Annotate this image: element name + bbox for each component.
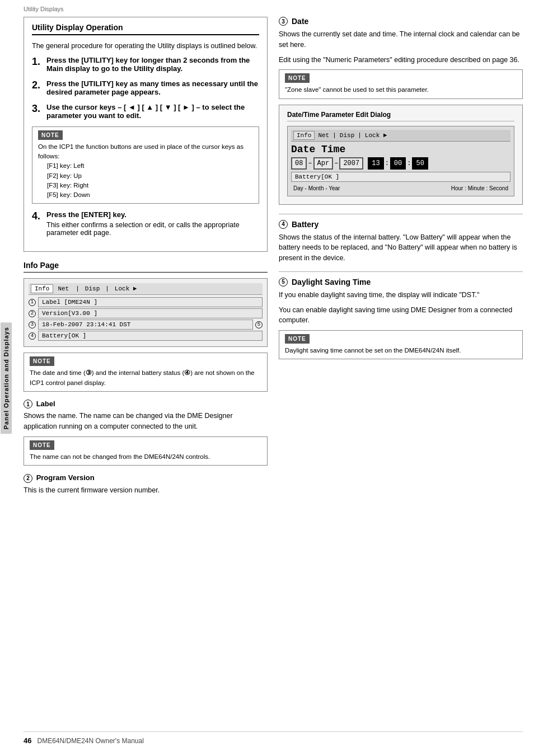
dst-item: 5 Daylight Saving Time If you enable day… (279, 278, 523, 360)
label-item-desc: Shows the name. The name can be changed … (24, 411, 268, 432)
diag-row-1: Label [DME24N ] (38, 297, 263, 307)
date-heading: Date (292, 17, 308, 26)
dt-sep4: : (406, 159, 412, 167)
note-1-line-0: On the ICP1 the function buttons are use… (38, 142, 253, 162)
date-note: NOTE "Zone slave" cannot be used to set … (279, 69, 523, 98)
dst-desc2: You can enable daylight saving time usin… (279, 305, 523, 326)
dst-note: NOTE Daylight saving time cannot be set … (279, 330, 523, 359)
callout-1: 1 (29, 299, 36, 306)
utility-display-title: Utility Display Operation (32, 23, 259, 35)
dt-tab-sep3: | (357, 132, 363, 139)
utility-intro: The general procedure for operating the … (32, 41, 259, 51)
two-col: Utility Display Operation The general pr… (24, 17, 523, 720)
label-item-title: 1 Label (24, 400, 268, 409)
datetime-tabs-row: Info Net | Disp | Lock ► (291, 130, 510, 142)
label-num-circle: 1 (24, 400, 32, 408)
dt-sep3: : (384, 159, 390, 167)
page-number: 46 (24, 736, 31, 745)
step-2: 2. Press the [UTILITY] key as many times… (32, 79, 259, 96)
dt-field-day[interactable]: 08 (291, 157, 307, 170)
dt-field-year[interactable]: 2007 (339, 157, 363, 170)
callout-5: 5 (255, 321, 263, 328)
right-col: 3 Date Shows the currently set date and … (279, 17, 523, 720)
info-page-title: Info Page (24, 261, 268, 273)
datetime-fields-row: 08 – Apr – 2007 13 : 00 : 50 (291, 157, 510, 170)
step-2-number: 2. (32, 79, 43, 96)
date-note-text: "Zone slave" cannot be used to set this … (285, 85, 517, 95)
label-item-note-text: The name can not be changed from the DME… (30, 452, 261, 462)
label-item-note-label: NOTE (30, 440, 54, 450)
diag-row-3: 18-Feb-2007 23:14:41 DST (38, 320, 253, 330)
dst-note-label: NOTE (285, 334, 310, 344)
date-num-circle: 3 (279, 17, 288, 26)
dt-field-second[interactable]: 50 (412, 157, 428, 170)
date-item-title: 3 Date (279, 17, 523, 26)
info-diagram: Info Net | Disp | Lock ► 1 Label [DME24N… (24, 278, 268, 347)
datetime-dialog-title: Date/Time Parameter Edit Dialog (287, 111, 514, 121)
battery-item: 4 Battery Shows the status of the intern… (279, 220, 523, 264)
battery-desc: Shows the status of the internal battery… (279, 232, 523, 264)
battery-item-title: 4 Battery (279, 220, 523, 229)
step-2-content: Press the [UTILITY] key as many times as… (46, 79, 259, 96)
diag-tab-info: Info (31, 284, 53, 293)
dt-tab-info: Info (293, 131, 315, 140)
dt-field-hour[interactable]: 13 (368, 157, 383, 170)
step-3-text: Use the cursor keys – [ ◄ ] [ ▲ ] [ ▼ ] … (46, 103, 245, 120)
utility-display-section: Utility Display Operation The general pr… (24, 17, 268, 252)
sidebar-label: Panel Operation and Displays (1, 322, 12, 434)
step-2-text: Press the [UTILITY] key as many times as… (46, 79, 258, 96)
label-item-heading: Label (36, 400, 55, 408)
step-3-number: 3. (32, 103, 43, 120)
dst-num-circle: 5 (279, 278, 288, 287)
prog-ver-num-circle: 2 (24, 474, 32, 483)
date-item: 3 Date Shows the currently set date and … (279, 17, 523, 205)
diag-tab-disp-label: Disp (83, 285, 102, 293)
battery-num-circle: 4 (279, 220, 288, 229)
diag-tab-net: Net (54, 285, 72, 293)
datetime-dialog-ui: Info Net | Disp | Lock ► Date Time (287, 126, 514, 196)
step-4-text: Press the [ENTER] key. (46, 210, 127, 219)
date-desc2: Edit using the "Numeric Parameters" edit… (279, 55, 523, 65)
dt-field-minute[interactable]: 00 (390, 157, 406, 170)
program-version-desc: This is the current firmware version num… (24, 485, 268, 496)
step-4: 4. Press the [ENTER] key. This either co… (32, 210, 259, 237)
step-4-content: Press the [ENTER] key. This either confi… (46, 210, 259, 237)
dst-note-text: Daylight saving time cannot be set on th… (285, 346, 517, 355)
dt-tab-sep2: | (331, 132, 338, 139)
diag-tab-lock: Lock ► (113, 285, 139, 293)
step-3: 3. Use the cursor keys – [ ◄ ] [ ▲ ] [ ▼… (32, 103, 259, 120)
info-page-section: Info Page Info Net | Disp | Lock ► (24, 261, 268, 495)
date-note-label: NOTE (285, 73, 310, 83)
doc-title: DME64N/DME24N Owner's Manual (37, 737, 143, 745)
breadcrumb: Utility Displays (24, 6, 523, 12)
datetime-dialog-box: Date/Time Parameter Edit Dialog Info Net… (279, 105, 523, 205)
dt-label-hms: Hour : Minute : Second (451, 185, 508, 191)
step-3-content: Use the cursor keys – [ ◄ ] [ ▲ ] [ ▼ ] … (46, 103, 259, 120)
step-1-content: Press the [UTILITY] key for longer than … (46, 56, 259, 73)
dt-sep2: – (333, 159, 339, 167)
dt-battery-row: Battery[OK ] (291, 172, 510, 182)
label-item: 1 Label Shows the name. The name can be … (24, 400, 268, 466)
label-item-note: NOTE The name can not be changed from th… (24, 436, 268, 466)
page-wrapper: Panel Operation and Displays Utility Dis… (0, 0, 534, 756)
step-4-number: 4. (32, 210, 43, 237)
dst-heading: Daylight Saving Time (292, 278, 371, 287)
main-content: Utility Displays Utility Display Operati… (12, 0, 534, 756)
diag-tab-sep2: | (103, 285, 111, 293)
info-page-note-text: The date and time (③) and the internal b… (30, 368, 261, 388)
step-1-text: Press the [UTILITY] key for longer than … (46, 56, 250, 73)
dt-field-month[interactable]: Apr (313, 157, 334, 170)
footer: 46 DME64N/DME24N Owner's Manual (24, 731, 523, 745)
left-col: Utility Display Operation The general pr… (24, 17, 268, 720)
battery-heading: Battery (292, 220, 318, 229)
callout-2: 2 (29, 310, 36, 317)
callout-4: 4 (29, 332, 36, 340)
dt-field-labels: Day - Month - Year Hour : Minute : Secon… (291, 184, 510, 192)
note-1-line-4: [F5] key: Down (38, 190, 253, 200)
dt-tab-sep1: Net (316, 132, 331, 139)
dt-label-dmy: Day - Month - Year (293, 185, 340, 191)
date-desc1: Shows the currently set date and time. T… (279, 29, 523, 50)
step-1-number: 1. (32, 56, 43, 73)
program-version-title: 2 Program Version (24, 473, 268, 483)
note-1-line-1: [F1] key: Left (38, 161, 253, 171)
